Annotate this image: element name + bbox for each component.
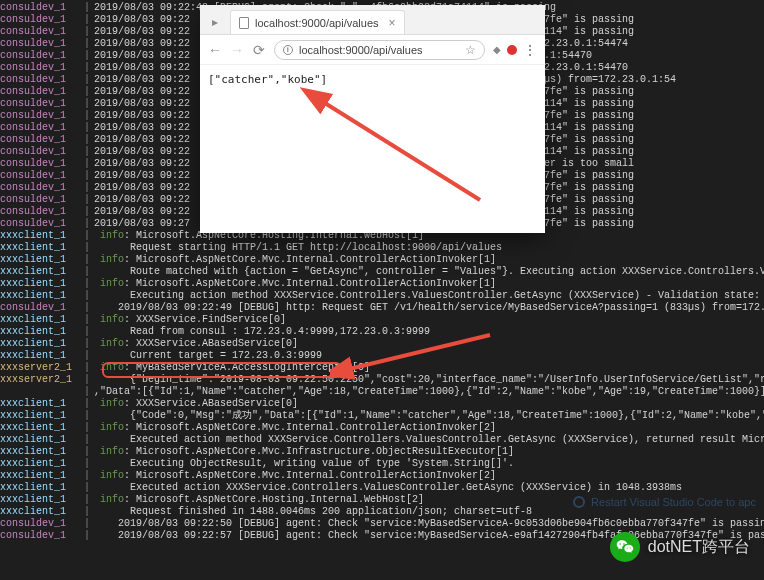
back-button[interactable]: ←	[208, 42, 222, 58]
log-line: xxxclient_1| info: Microsoft.AspNetCore.…	[0, 446, 764, 458]
browser-tab-bar: ▸ localhost:9000/api/values ×	[200, 5, 545, 35]
log-line: xxxclient_1| Read from consul : 172.23.0…	[0, 326, 764, 338]
restart-icon	[573, 496, 585, 508]
extension-icon[interactable]: ◆	[493, 44, 501, 55]
log-line: consuldev_1| 2019/08/03 09:22:49 [DEBUG]…	[0, 302, 764, 314]
reload-button[interactable]: ⟳	[252, 42, 266, 58]
restart-label: Restart Visual Studio Code to apc	[591, 496, 756, 508]
bookmark-icon[interactable]: ☆	[465, 43, 476, 57]
browser-tab[interactable]: localhost:9000/api/values ×	[230, 10, 405, 34]
log-line: xxxclient_1| info: Microsoft.AspNetCore.…	[0, 254, 764, 266]
log-line: xxxclient_1| info: Microsoft.AspNetCore.…	[0, 470, 764, 482]
log-line: xxxclient_1| Executing action method XXX…	[0, 290, 764, 302]
browser-body[interactable]: ["catcher","kobe"]	[200, 65, 545, 233]
watermark-text: dotNET跨平台	[648, 537, 750, 558]
adblock-icon[interactable]	[507, 45, 517, 55]
log-line: xxxclient_1| Current target = 172.23.0.3…	[0, 350, 764, 362]
log-line: consuldev_1| 2019/08/03 09:22:50 [DEBUG]…	[0, 518, 764, 530]
log-line: xxxclient_1| info: XXXService.FindServic…	[0, 314, 764, 326]
log-line: xxxclient_1| Route matched with {action …	[0, 266, 764, 278]
log-line: xxxclient_1| info: XXXService.ABasedServ…	[0, 338, 764, 350]
log-line: xxxclient_1| Executed action method XXXS…	[0, 434, 764, 446]
log-line: xxxclient_1| info: Microsoft.AspNetCore.…	[0, 422, 764, 434]
browser-menu-icon[interactable]: ⋮	[523, 42, 537, 58]
browser-toolbar: ← → ⟳ i localhost:9000/api/values ☆ ◆ ⋮	[200, 35, 545, 65]
log-line: xxxclient_1| {"Code":0,"Msg":"成功","Data"…	[0, 410, 764, 422]
url-text: localhost:9000/api/values	[299, 44, 423, 56]
tab-title: localhost:9000/api/values	[255, 17, 379, 29]
log-line: xxxclient_1| Executing ObjectResult, wri…	[0, 458, 764, 470]
new-tab-button[interactable]: ▸	[200, 10, 230, 34]
address-bar[interactable]: i localhost:9000/api/values ☆	[274, 40, 485, 60]
log-line: xxxclient_1| Request starting HTTP/1.1 G…	[0, 242, 764, 254]
log-line: xxxclient_1| info: XXXService.ABasedServ…	[0, 398, 764, 410]
log-line: xxxclient_1| info: Microsoft.AspNetCore.…	[0, 278, 764, 290]
site-info-icon[interactable]: i	[283, 45, 293, 55]
browser-window: ▸ localhost:9000/api/values × ← → ⟳ i lo…	[200, 5, 545, 233]
vscode-restart-hint[interactable]: Restart Visual Studio Code to apc	[573, 496, 756, 508]
forward-button[interactable]: →	[230, 42, 244, 58]
highlight-annotation	[102, 362, 342, 378]
page-icon	[239, 17, 249, 29]
watermark: dotNET跨平台	[610, 532, 750, 562]
log-line: |,"Data":[{"Id":1,"Name":"catcher","Age"…	[0, 386, 764, 398]
wechat-icon	[610, 532, 640, 562]
log-line: xxxclient_1| Executed action XXXService.…	[0, 482, 764, 494]
close-tab-icon[interactable]: ×	[389, 16, 396, 30]
